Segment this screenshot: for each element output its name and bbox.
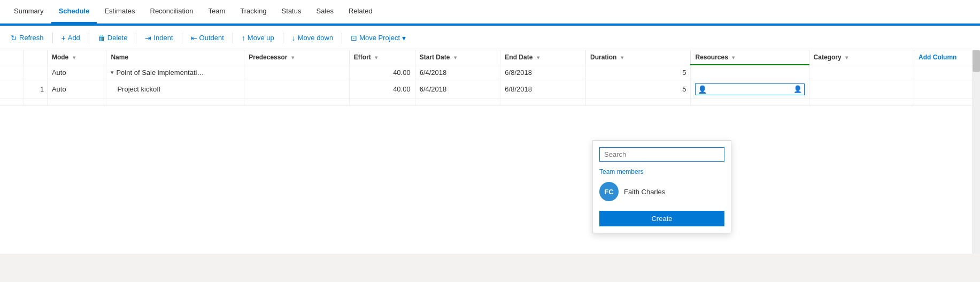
row0-startdate[interactable]: 6/4/2018 [415,65,500,80]
row1-predecessor[interactable] [244,80,350,98]
mode-sort-icon: ▾ [73,55,75,60]
delete-button[interactable]: 🗑 Delete [94,32,132,44]
col-header-mode[interactable]: Mode ▾ [47,50,106,65]
row0-duration[interactable]: 5 [585,65,691,80]
table-row-empty [0,98,980,105]
predecessor-sort-icon: ▾ [291,55,294,60]
tab-estimates[interactable]: Estimates [97,0,142,24]
resources-dropdown: Team members FC Faith Charles Create [592,140,731,233]
resources-search-input[interactable] [599,147,724,162]
col-header-resources[interactable]: Resources ▾ [691,50,809,65]
row0-mode[interactable]: Auto [47,65,106,80]
row1-num: 1 [24,80,47,98]
schedule-table: Mode ▾ Name Predecessor ▾ Effort ▾ Start… [0,50,980,106]
toolbar-sep-1 [52,33,53,43]
row0-collapse-icon[interactable]: ▾ [111,69,114,76]
col-header-duration[interactable]: Duration ▾ [585,50,691,65]
scrollbar-track[interactable] [973,50,980,254]
col-header-enddate[interactable]: End Date ▾ [500,50,586,65]
tab-status[interactable]: Status [274,0,309,24]
add-icon: + [61,34,66,42]
tab-related[interactable]: Related [341,0,380,24]
col-header-effort[interactable]: Effort ▾ [349,50,415,65]
col-header-predecessor[interactable]: Predecessor ▾ [244,50,350,65]
enddate-sort-icon: ▾ [537,55,539,60]
category-sort-icon: ▾ [845,55,848,60]
row1-resources-input[interactable]: 👤 👤 [695,83,804,95]
tab-sales[interactable]: Sales [308,0,341,24]
tab-tracking[interactable]: Tracking [233,0,274,24]
resources-sort-icon: ▾ [732,55,735,60]
row0-effort[interactable]: 40.00 [349,65,415,80]
row0-category[interactable] [809,65,914,80]
add-button[interactable]: + Add [57,32,84,44]
row1-startdate[interactable]: 6/4/2018 [415,80,500,98]
tab-reconciliation[interactable]: Reconciliation [143,0,201,24]
row0-addcol [914,65,980,80]
col-header-add-column[interactable]: Add Column [914,50,980,65]
tab-team[interactable]: Team [200,0,233,24]
chevron-down-icon: ▾ [402,34,406,42]
row0-num [24,65,47,80]
col-header-checkbox [0,50,24,65]
duration-sort-icon: ▾ [621,55,623,60]
resources-edit-icon[interactable]: 👤 [793,85,802,93]
table-row: 1 Auto Project kickoff 40.00 6/4/2018 6/… [0,80,980,98]
toolbar-sep-7 [342,33,342,43]
move-up-button[interactable]: ↑ Move up [237,32,279,44]
row1-enddate[interactable]: 6/8/2018 [500,80,586,98]
row0-enddate[interactable]: 6/8/2018 [500,65,586,80]
team-member-item[interactable]: FC Faith Charles [599,180,724,203]
toolbar: ↻ Refresh + Add 🗑 Delete ⇥ Indent ⇤ Outd… [0,26,980,50]
row1-mode[interactable]: Auto [47,80,106,98]
nav-tabs: Summary Schedule Estimates Reconciliatio… [0,0,980,24]
indent-button[interactable]: ⇥ Indent [141,32,177,44]
refresh-icon: ↻ [11,34,17,42]
move-down-icon: ↓ [292,34,296,42]
col-header-startdate[interactable]: Start Date ▾ [415,50,500,65]
grid-container: Mode ▾ Name Predecessor ▾ Effort ▾ Start… [0,50,980,254]
move-down-button[interactable]: ↓ Move down [288,32,337,44]
toolbar-sep-2 [89,33,89,43]
toolbar-sep-6 [283,33,283,43]
effort-sort-icon: ▾ [375,55,377,60]
table-row: Auto ▾ Point of Sale implementati… 40.00… [0,65,980,80]
row1-effort[interactable]: 40.00 [349,80,415,98]
row1-resources-cell[interactable]: 👤 👤 [691,80,809,98]
create-button[interactable]: Create [599,211,724,226]
tab-summary[interactable]: Summary [6,0,51,24]
team-members-label: Team members [599,168,724,176]
toolbar-sep-3 [136,33,136,43]
move-project-icon: ⊡ [351,34,357,42]
col-header-name[interactable]: Name [106,50,244,65]
row1-duration[interactable]: 5 [585,80,691,98]
delete-icon: 🗑 [98,34,105,42]
scrollbar-thumb[interactable] [973,50,980,72]
indent-icon: ⇥ [145,34,151,42]
row0-name[interactable]: ▾ Point of Sale implementati… [106,65,244,80]
member-name: Faith Charles [624,188,665,196]
row1-resources-person-icon: 👤 [698,85,707,94]
row0-checkbox[interactable] [0,65,24,80]
startdate-sort-icon: ▾ [454,55,457,60]
refresh-button[interactable]: ↻ Refresh [6,32,48,44]
row0-predecessor[interactable] [244,65,350,80]
member-avatar-fc: FC [599,182,619,201]
toolbar-sep-4 [182,33,182,43]
row1-checkbox[interactable] [0,80,24,98]
toolbar-sep-5 [233,33,233,43]
move-project-button[interactable]: ⊡ Move Project ▾ [346,32,410,44]
row0-resources[interactable] [691,65,809,80]
outdent-icon: ⇤ [191,34,197,42]
col-header-category[interactable]: Category ▾ [809,50,914,65]
row1-name[interactable]: Project kickoff [106,80,244,98]
tab-schedule[interactable]: Schedule [51,0,97,24]
col-header-rownum [24,50,47,65]
outdent-button[interactable]: ⇤ Outdent [187,32,228,44]
move-up-icon: ↑ [242,34,245,42]
row1-addcol [914,80,980,98]
row1-category[interactable] [809,80,914,98]
